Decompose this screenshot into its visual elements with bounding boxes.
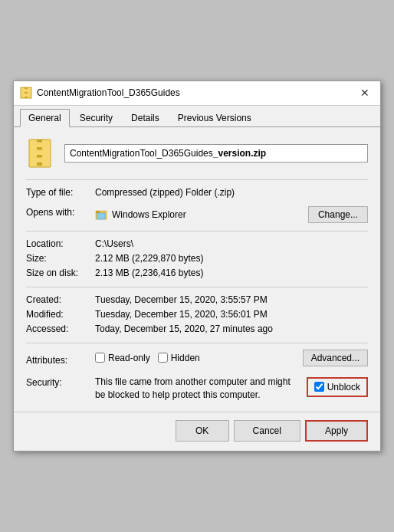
explorer-icon [95,209,107,221]
ok-button[interactable]: OK [176,420,229,442]
modified-value: Tuesday, December 15, 2020, 3:56:01 PM [95,308,368,320]
svg-rect-14 [37,159,42,162]
advanced-button[interactable]: Advanced... [303,350,368,366]
svg-rect-15 [37,163,42,166]
type-label: Type of file: [26,186,95,199]
svg-rect-18 [97,213,105,219]
divider-1 [26,179,368,180]
tab-security[interactable]: Security [71,109,121,126]
tab-content: ContentMigrationTool_D365Guides_version.… [14,127,380,412]
unblock-checkbox[interactable] [314,382,324,392]
file-type-section: Type of file: Compressed (zipped) Folder… [26,186,368,199]
dates-section: Created: Tuesday, December 15, 2020, 3:5… [26,294,368,335]
security-content: This file came from another computer and… [95,376,368,402]
readonly-checkbox[interactable] [95,353,105,363]
accessed-value: Today, December 15, 2020, 27 minutes ago [95,323,368,335]
created-value: Tuesday, December 15, 2020, 3:55:57 PM [95,294,368,306]
size-label: Size: [26,252,95,264]
opens-app: Windows Explorer [112,209,186,221]
tab-details[interactable]: Details [123,109,168,126]
svg-rect-9 [37,140,42,143]
title-bar: ContentMigrationTool_D365Guides ✕ [14,81,380,106]
size-disk-label: Size on disk: [26,267,95,279]
divider-4 [26,343,368,343]
hidden-checkbox[interactable] [158,353,168,363]
attributes-row: Read-only Hidden Advanced... [95,350,368,366]
svg-rect-10 [37,143,42,146]
svg-rect-6 [25,97,28,98]
security-message: This file came from another computer and… [95,376,300,402]
opens-with-row: Windows Explorer Change... [95,206,368,223]
svg-rect-11 [37,147,42,150]
attributes-section: Attributes: Read-only Hidden Advanced... [26,350,368,371]
file-icon [26,138,57,169]
hidden-label: Hidden [171,353,200,363]
location-value: C:\Users\ [95,238,368,250]
readonly-label: Read-only [108,353,150,363]
divider-3 [26,287,368,287]
unblock-box: Unblock [307,377,368,397]
tab-bar: General Security Details Previous Versio… [14,106,380,127]
svg-rect-4 [25,92,28,94]
location-section: Location: C:\Users\ Size: 2.12 MB (2,229… [26,238,368,279]
svg-rect-2 [25,87,28,89]
security-section: Security: This file came from another co… [26,376,368,402]
svg-rect-3 [25,90,28,91]
attributes-label: Attributes: [26,354,95,366]
svg-rect-13 [37,155,42,158]
divider-2 [26,231,368,232]
modified-label: Modified: [26,308,95,320]
size-value: 2.12 MB (2,229,870 bytes) [95,252,368,264]
hidden-checkbox-label[interactable]: Hidden [158,353,200,363]
readonly-checkbox-label[interactable]: Read-only [95,353,150,363]
tab-previous-versions[interactable]: Previous Versions [169,109,260,126]
file-name-part2: _version.zip [213,148,266,159]
tab-general[interactable]: General [20,109,70,127]
svg-rect-17 [96,211,100,213]
title-bar-text: ContentMigrationTool_D365Guides [37,87,356,98]
svg-rect-5 [25,94,28,96]
opens-label: Opens with: [26,206,95,223]
opens-with-section: Opens with: Windows Explorer Change... [26,206,368,223]
location-label: Location: [26,238,95,250]
type-value: Compressed (zipped) Folder (.zip) [95,186,368,199]
file-name-box: ContentMigrationTool_D365Guides_version.… [64,144,368,163]
bottom-buttons: OK Cancel Apply [14,412,380,451]
change-button[interactable]: Change... [308,206,368,223]
unblock-label: Unblock [327,382,360,392]
apply-button[interactable]: Apply [305,420,368,442]
close-button[interactable]: ✕ [356,84,374,102]
properties-dialog: ContentMigrationTool_D365Guides ✕ Genera… [13,80,381,452]
size-disk-value: 2.13 MB (2,236,416 bytes) [95,267,368,279]
file-header: ContentMigrationTool_D365Guides_version.… [26,138,368,169]
created-label: Created: [26,294,95,306]
file-name-part1: ContentMigrationTool_D365Guides [70,148,213,159]
security-label: Security: [26,376,95,388]
title-bar-icon [20,87,32,99]
svg-rect-12 [37,151,42,154]
cancel-button[interactable]: Cancel [234,420,300,442]
accessed-label: Accessed: [26,323,95,335]
